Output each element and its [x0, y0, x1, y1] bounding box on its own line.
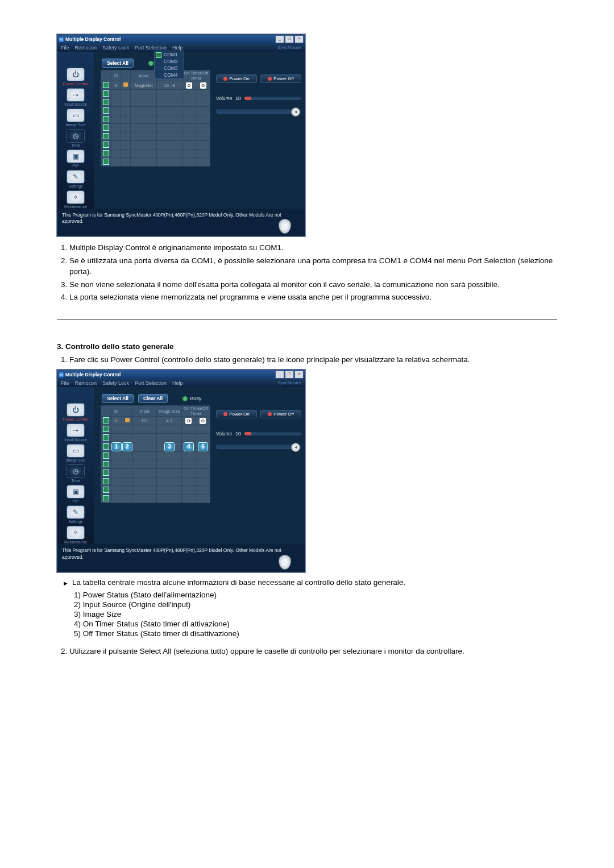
slider-knob-icon[interactable]: ◂ — [291, 107, 300, 117]
power-on-button[interactable]: Power On — [216, 410, 257, 418]
sidebar-item-input-source[interactable]: ⇢ Input Source — [61, 88, 90, 106]
power-off-button[interactable]: Power Off — [260, 410, 301, 418]
sidebar-item-power-control[interactable]: ⏻ Power Control — [61, 68, 90, 86]
table-row[interactable]: 0 MagicNet 16 : 9 O O — [101, 81, 210, 90]
pushpin-icon — [279, 219, 291, 234]
select-all-button[interactable]: Select All — [102, 394, 134, 403]
sidebar-item-maintenance[interactable]: ✧Maintenance — [61, 526, 90, 544]
menu-remocon[interactable]: Remocon — [75, 45, 97, 51]
sidebar-item-settings[interactable]: ✎ Settings — [61, 170, 90, 188]
menu-port-selection[interactable]: Port Selection — [135, 45, 167, 51]
power-off-button[interactable]: Power Off — [260, 74, 301, 83]
port-option-com2[interactable]: COM2 — [155, 58, 184, 65]
menu-file[interactable]: File — [61, 45, 69, 51]
power-icon: ⏻ — [67, 68, 85, 81]
volume-label: Volume — [216, 95, 232, 101]
window-title: Multiple Display Control — [65, 36, 275, 42]
sidebar-item-time[interactable]: ◷Time — [61, 464, 90, 483]
enum-item: 5) Off Timer Status (Stato timer di disa… — [74, 629, 557, 638]
sidebar-item-settings[interactable]: ✎Settings — [61, 505, 90, 524]
callout-1: 1 — [111, 442, 122, 451]
menu-port-selection[interactable]: Port Selection — [135, 380, 167, 386]
input-source-icon: ⇢ — [67, 88, 85, 102]
brand-label: SyncMaster — [277, 380, 301, 386]
sidebar-item-pip[interactable]: ▣ PIP — [61, 149, 90, 168]
red-dot-icon — [223, 77, 227, 81]
callout-4: 4 — [184, 442, 194, 451]
sidebar: ⏻ Power Control ⇢ Input Source ▭ Image S… — [57, 52, 94, 209]
window-titlebar: M Multiple Display Control _ □ × — [57, 35, 305, 44]
footer-message: This Program is for Samsung SyncMaster 4… — [57, 209, 305, 236]
app-screenshot-power-control: M Multiple Display Control _ □ × File Re… — [57, 369, 305, 572]
callout-3: 3 — [164, 442, 175, 451]
section-divider — [57, 319, 557, 319]
app-screenshot-port-selection: M Multiple Display Control _ □ × File Re… — [57, 34, 305, 236]
menu-help[interactable]: Help — [172, 380, 183, 386]
bullet-text: La tabella centrale mostra alcune inform… — [72, 578, 405, 587]
menu-file[interactable]: File — [61, 380, 69, 386]
status-dot-icon — [123, 82, 128, 87]
window-close-button[interactable]: × — [294, 35, 304, 43]
red-dot-icon — [268, 77, 272, 81]
app-icon: M — [59, 372, 64, 377]
settings-icon: ✎ — [67, 170, 85, 184]
enum-item: 1) Power Status (Stato dell'alimentazion… — [74, 591, 557, 599]
section-title: 3. Controllo dello stato generale — [57, 342, 557, 351]
volume-value: 10 — [235, 95, 240, 101]
port-selection-dropdown: COM1 COM2 COM3 COM4 — [154, 51, 184, 79]
list-item: Se non viene selezionata il nome dell'es… — [69, 279, 557, 290]
image-size-icon: ▭ — [67, 109, 85, 122]
time-icon: ◷ — [67, 129, 85, 143]
volume-slider[interactable]: ◂ — [216, 445, 301, 449]
list-item: Fare clic su Power Control (controllo de… — [69, 354, 557, 366]
pip-icon: ▣ — [67, 149, 85, 163]
busy-dot-icon — [148, 61, 154, 66]
sidebar-item-label: Power Control — [61, 82, 90, 86]
maintenance-icon: ✧ — [67, 190, 85, 204]
volume-slider-small[interactable] — [244, 97, 301, 100]
list-item: Multiple Display Control è originariamen… — [69, 242, 557, 254]
display-grid: ID Input Image Size On Timer/Off Timer 0… — [101, 70, 210, 167]
enum-list: 1) Power Status (Stato dell'alimentazion… — [74, 591, 557, 638]
port-option-com3[interactable]: COM3 — [155, 65, 184, 72]
sidebar-item-pip[interactable]: ▣PIP — [61, 485, 90, 503]
menu-remocon[interactable]: Remocon — [75, 380, 97, 386]
sidebar-item-input-source[interactable]: ⇢Input Source — [61, 423, 90, 442]
volume-slider-small[interactable] — [244, 432, 301, 435]
port-option-com1[interactable]: COM1 — [155, 51, 184, 58]
window-close-button[interactable]: × — [294, 371, 304, 379]
window-minimize-button[interactable]: _ — [275, 35, 284, 43]
sidebar-item-image-size[interactable]: ▭Image Size — [61, 444, 90, 462]
sidebar-item-maintenance[interactable]: ✧ Maintenance — [61, 190, 90, 209]
menu-help[interactable]: Help — [172, 45, 183, 51]
app-icon: M — [59, 37, 64, 42]
row-checkbox[interactable] — [103, 82, 109, 88]
list-item: Utilizzare il pulsante Select All (selez… — [69, 646, 557, 657]
window-maximize-button[interactable]: □ — [285, 371, 294, 379]
volume-slider[interactable]: ◂ — [216, 109, 301, 114]
window-maximize-button[interactable]: □ — [285, 35, 294, 43]
menubar: File Remocon Safety Lock Port Selection … — [57, 44, 305, 52]
callout-2: 2 — [122, 442, 132, 451]
power-on-button[interactable]: Power On — [216, 74, 257, 83]
port-option-com4[interactable]: COM4 — [155, 72, 184, 78]
window-minimize-button[interactable]: _ — [275, 371, 284, 379]
enum-item: 3) Image Size — [74, 610, 557, 618]
clear-all-button[interactable]: Clear All — [138, 394, 168, 403]
sidebar-item-image-size[interactable]: ▭ Image Size — [61, 109, 90, 127]
sidebar-item-power-control[interactable]: ⏻Power Control — [61, 403, 90, 421]
enum-item: 4) On Timer Status (Stato timer di attiv… — [74, 620, 557, 628]
sidebar-item-time[interactable]: ◷ Time — [61, 129, 90, 147]
callout-5: 5 — [198, 442, 208, 451]
display-grid: ID Input Image Size On Timer/Off Timer 0… — [101, 405, 210, 503]
bullet-arrow-icon: ► — [63, 578, 69, 588]
select-all-button[interactable]: Select All — [102, 59, 134, 68]
enum-item: 2) Input Source (Origine dell'input) — [74, 600, 557, 609]
list-item: Se è utilizzata una porta diversa da COM… — [69, 255, 557, 277]
menu-safety-lock[interactable]: Safety Lock — [102, 45, 129, 51]
menu-safety-lock[interactable]: Safety Lock — [102, 380, 129, 386]
callout-row: 1 2 3 4 5 — [101, 442, 210, 452]
table-row[interactable]: 0 PC 4:3 O O — [101, 417, 210, 425]
brand-label: SyncMaster — [277, 45, 301, 51]
list-item: La porta selezionata viene memorizzata n… — [69, 292, 557, 303]
